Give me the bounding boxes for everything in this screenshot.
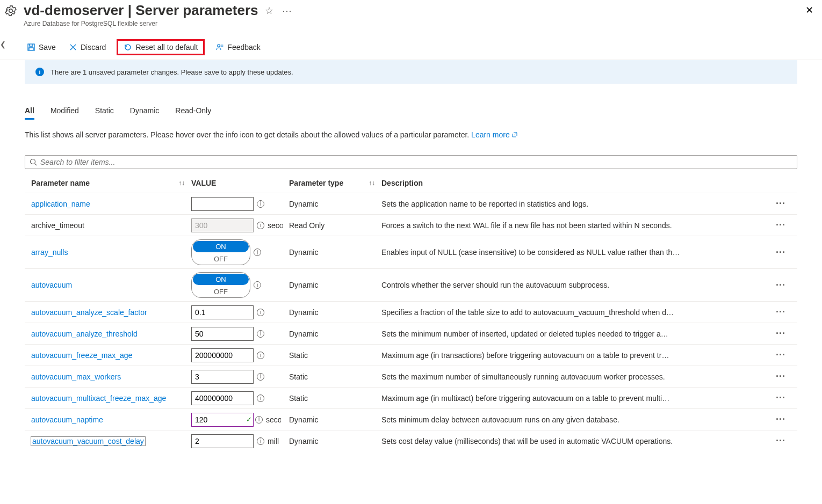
parameter-description: Forces a switch to the next WAL file if … xyxy=(381,221,776,230)
tab-modified[interactable]: Modified xyxy=(51,103,79,120)
info-icon[interactable]: i xyxy=(257,309,264,316)
parameter-description: Sets minimum delay between autovacuum ru… xyxy=(381,415,776,424)
value-input[interactable] xyxy=(191,434,254,448)
search-input[interactable] xyxy=(40,158,792,166)
reset-highlight: Reset all to default xyxy=(117,39,205,55)
parameter-description: Maximum age (in multixact) before trigge… xyxy=(381,394,776,403)
more-header-button[interactable]: ⋯ xyxy=(280,3,294,19)
sort-icon: ↑↓ xyxy=(369,179,375,187)
parameter-name-link[interactable]: autovacuum_max_workers xyxy=(31,372,121,381)
value-input[interactable] xyxy=(191,327,254,341)
toggle-on-off[interactable]: ONOFF xyxy=(191,272,250,298)
info-icon[interactable]: i xyxy=(255,416,263,423)
reset-icon xyxy=(124,43,132,52)
parameter-name-link[interactable]: autovacuum_vacuum_cost_delay xyxy=(31,437,145,445)
info-icon[interactable]: i xyxy=(254,249,261,256)
parameter-type: Read Only xyxy=(289,221,325,230)
chevron-icon[interactable]: ❮ xyxy=(0,40,6,48)
row-more-button[interactable]: ··· xyxy=(776,306,785,317)
close-button[interactable]: ✕ xyxy=(805,4,813,16)
table-row: autovacuum_naptime✓isecoDynamicSets mini… xyxy=(25,408,797,430)
discard-button[interactable]: Discard xyxy=(67,42,108,53)
parameter-name-link[interactable]: autovacuum_freeze_max_age xyxy=(31,351,132,360)
row-more-button[interactable]: ··· xyxy=(776,371,785,382)
col-header-name[interactable]: Parameter name↑↓ xyxy=(25,179,191,187)
feedback-icon xyxy=(215,43,224,52)
table-row: autovacuum_max_workersiStaticSets the ma… xyxy=(25,366,797,387)
parameter-name-link: archive_timeout xyxy=(31,221,84,230)
info-icon[interactable]: i xyxy=(257,330,264,338)
row-more-button[interactable]: ··· xyxy=(776,349,785,360)
row-more-button[interactable]: ··· xyxy=(776,414,785,425)
table-row: array_nullsONOFFiDynamicEnables input of… xyxy=(25,236,797,268)
row-more-button[interactable]: ··· xyxy=(776,247,785,258)
info-icon[interactable]: i xyxy=(257,352,264,359)
value-input[interactable] xyxy=(191,413,254,427)
parameter-type: Dynamic xyxy=(289,330,318,338)
col-header-desc[interactable]: Description xyxy=(381,179,776,187)
save-button[interactable]: Save xyxy=(25,42,58,53)
learn-more-link[interactable]: Learn more xyxy=(471,130,517,139)
table-row: archive_timeoutisecoRead OnlyForces a sw… xyxy=(25,214,797,236)
tab-dynamic[interactable]: Dynamic xyxy=(130,103,159,120)
value-input[interactable] xyxy=(191,305,254,319)
external-link-icon xyxy=(512,132,517,137)
tab-static[interactable]: Static xyxy=(95,103,114,120)
tabs: All Modified Static Dynamic Read-Only xyxy=(25,103,797,120)
search-box[interactable] xyxy=(25,155,797,169)
row-more-button[interactable]: ··· xyxy=(776,328,785,339)
check-icon: ✓ xyxy=(246,415,252,423)
value-input[interactable] xyxy=(191,370,254,384)
table-row: autovacuum_analyze_scale_factoriDynamicS… xyxy=(25,301,797,323)
info-icon[interactable]: i xyxy=(257,395,264,402)
info-icon[interactable]: i xyxy=(257,222,264,229)
reset-all-button[interactable]: Reset all to default xyxy=(121,42,200,53)
parameter-name-link[interactable]: autovacuum_multixact_freeze_max_age xyxy=(31,394,166,403)
save-icon xyxy=(27,43,35,52)
table-row: autovacuum_vacuum_cost_delayimillDynamic… xyxy=(25,430,797,451)
info-icon[interactable]: i xyxy=(257,200,264,208)
discard-icon xyxy=(69,43,77,52)
parameter-name-link[interactable]: autovacuum_analyze_threshold xyxy=(31,330,138,338)
tab-all[interactable]: All xyxy=(25,103,34,120)
table-header: Parameter name↑↓ VALUE Parameter type↑↓ … xyxy=(25,174,797,193)
unit-label: seco xyxy=(266,415,281,424)
page-title: vd-demoserver | Server parameters xyxy=(24,2,258,19)
row-more-button[interactable]: ··· xyxy=(776,220,785,230)
row-more-button[interactable]: ··· xyxy=(776,435,785,446)
col-header-type[interactable]: Parameter type↑↓ xyxy=(289,179,381,187)
parameter-name-link[interactable]: array_nulls xyxy=(31,248,68,257)
info-icon[interactable]: i xyxy=(257,437,264,445)
parameter-name-link[interactable]: autovacuum_naptime xyxy=(31,415,103,424)
unit-label: mill xyxy=(268,437,279,445)
parameter-type: Static xyxy=(289,372,308,381)
table-row: application_nameiDynamicSets the applica… xyxy=(25,193,797,214)
parameter-name-link[interactable]: autovacuum_analyze_scale_factor xyxy=(31,308,147,317)
parameter-description: Specifies a fraction of the table size t… xyxy=(381,308,776,317)
col-header-value[interactable]: VALUE xyxy=(191,179,289,187)
toggle-on-off[interactable]: ONOFF xyxy=(191,239,250,265)
parameter-description: Controls whether the server should run t… xyxy=(381,281,776,289)
favorite-button[interactable]: ☆ xyxy=(263,3,276,19)
row-more-button[interactable]: ··· xyxy=(776,280,785,290)
table-row: autovacuum_analyze_thresholdiDynamicSets… xyxy=(25,323,797,344)
value-input[interactable] xyxy=(191,391,254,405)
tab-readonly[interactable]: Read-Only xyxy=(175,103,211,120)
parameter-name-link[interactable]: autovacuum xyxy=(31,281,72,289)
row-more-button[interactable]: ··· xyxy=(776,392,785,403)
value-input[interactable] xyxy=(191,197,254,211)
parameter-description: Sets the maximum number of simultaneousl… xyxy=(381,372,776,381)
value-input[interactable] xyxy=(191,348,254,362)
info-icon[interactable]: i xyxy=(257,373,264,381)
parameter-type: Dynamic xyxy=(289,281,318,289)
parameter-name-link[interactable]: application_name xyxy=(31,200,90,208)
row-more-button[interactable]: ··· xyxy=(776,198,785,209)
parameter-type: Dynamic xyxy=(289,415,318,424)
feedback-button[interactable]: Feedback xyxy=(213,42,262,53)
info-icon: i xyxy=(35,68,44,76)
info-icon[interactable]: i xyxy=(254,281,261,289)
value-input xyxy=(191,218,254,232)
parameter-type: Dynamic xyxy=(289,437,318,445)
search-icon xyxy=(30,158,37,166)
table-row: autovacuum_multixact_freeze_max_ageiStat… xyxy=(25,387,797,408)
